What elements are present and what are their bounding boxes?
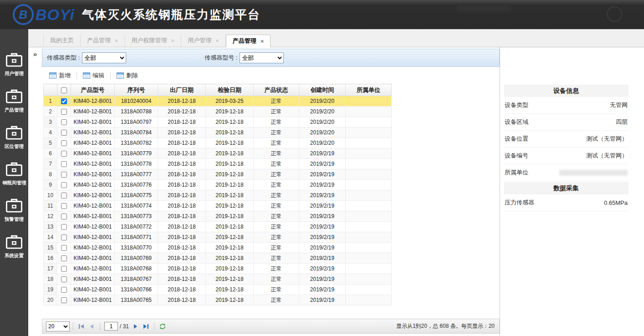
row-checkbox[interactable] xyxy=(61,109,67,115)
row-checkbox[interactable] xyxy=(61,119,67,125)
table-row[interactable]: 8KIM40-12-B0011318A007772018-12-182019-1… xyxy=(44,169,392,180)
table-row[interactable]: 10KIM40-12-B0011318A007752018-12-182019-… xyxy=(44,190,392,201)
table-row[interactable]: 6KIM40-12-B0011318A007792018-12-182019-1… xyxy=(44,148,392,159)
unit-cell xyxy=(346,190,392,201)
next-page-button[interactable] xyxy=(131,321,141,331)
row-checkbox[interactable] xyxy=(61,255,67,261)
tab-2[interactable]: 产品管理× xyxy=(81,34,125,47)
briefcase-icon xyxy=(5,52,23,67)
collapse-panel-icon[interactable]: » xyxy=(28,50,42,58)
row-checkbox-cell xyxy=(57,159,71,169)
table-row[interactable]: 1KIM40-12-B00118102400042018-12-182019-0… xyxy=(44,96,392,107)
add-button-label: 新增 xyxy=(59,71,71,80)
row-checkbox[interactable] xyxy=(61,224,67,230)
field-value: 0.65MPa xyxy=(604,199,628,206)
row-checkbox[interactable] xyxy=(61,234,67,240)
row-checkbox[interactable] xyxy=(61,140,67,146)
close-tab-icon[interactable]: × xyxy=(171,38,175,44)
row-checkbox[interactable] xyxy=(61,193,67,199)
row-checkbox[interactable] xyxy=(61,98,67,104)
status-cell: 正常 xyxy=(254,243,299,253)
tab-label: 产品管理 xyxy=(233,37,256,45)
table-row[interactable]: 20KIM40-12-B0011318A007652018-12-182019-… xyxy=(44,295,392,305)
table-row[interactable]: 2KIM40-12-B0011318A007882018-12-182019-1… xyxy=(44,107,392,117)
select-all-checkbox[interactable] xyxy=(61,87,67,93)
sidebar-item-2[interactable]: 产品管理 xyxy=(4,88,24,113)
page-number-input[interactable] xyxy=(104,322,118,331)
sensor-type-select[interactable]: 全部 xyxy=(82,52,126,63)
add-button[interactable]: 新增 xyxy=(46,71,74,80)
tab-label: 用户权限管理 xyxy=(132,36,167,45)
delete-button[interactable]: 删除 xyxy=(113,71,142,80)
created-cell: 2019/2/19 xyxy=(299,169,346,180)
close-tab-icon[interactable]: × xyxy=(261,38,264,44)
model-cell: KIM40-12-B001 xyxy=(71,243,115,253)
row-checkbox[interactable] xyxy=(61,182,67,188)
row-checkbox[interactable] xyxy=(61,172,67,178)
row-checkbox[interactable] xyxy=(61,276,67,282)
prev-page-icon xyxy=(89,324,94,329)
row-checkbox[interactable] xyxy=(61,130,67,136)
close-tab-icon[interactable]: × xyxy=(115,38,118,44)
sidebar-item-1[interactable]: 用户管理 xyxy=(4,52,24,77)
field-value: 无管网 xyxy=(610,101,628,109)
table-row[interactable]: 17KIM40-12-B0011318A007682018-12-182019-… xyxy=(44,264,392,274)
model-cell: KIM40-12-B001 xyxy=(71,117,115,127)
form-icon xyxy=(117,72,124,79)
table-row[interactable]: 12KIM40-12-B0011318A007732018-12-182019-… xyxy=(44,211,392,222)
mfg-date-cell: 2018-12-18 xyxy=(158,148,206,159)
sidebar: 用户管理产品管理区位管理钢瓶间管理预警管理系统设置 xyxy=(0,29,28,336)
sidebar-item-4[interactable]: 钢瓶间管理 xyxy=(2,161,27,186)
tab-4[interactable]: 用户管理× xyxy=(181,34,226,47)
row-checkbox[interactable] xyxy=(61,245,67,251)
row-number-cell: 18 xyxy=(44,274,57,285)
table-row[interactable]: 3KIM40-12-B0011318A007972018-12-182019-1… xyxy=(44,117,392,127)
table-row[interactable]: 7KIM40-12-B0011318A007782018-12-182019-1… xyxy=(44,159,392,169)
refresh-button[interactable] xyxy=(158,321,168,331)
last-page-button[interactable] xyxy=(141,321,151,331)
unit-cell xyxy=(346,285,392,295)
mfg-date-cell: 2018-12-18 xyxy=(158,180,206,190)
tab-1[interactable]: 我的主页 xyxy=(43,34,81,47)
sensor-model-select[interactable]: 全部 xyxy=(240,52,284,63)
serial-cell: 1318A00774 xyxy=(115,201,158,211)
table-row[interactable]: 5KIM40-12-B0011318A007822018-12-182019-1… xyxy=(44,138,392,148)
insp-date-cell: 2019-12-18 xyxy=(206,159,254,169)
row-checkbox[interactable] xyxy=(61,287,67,293)
prev-page-button[interactable] xyxy=(87,321,97,331)
mfg-date-cell: 2018-12-18 xyxy=(158,274,206,285)
table-row[interactable]: 11KIM40-12-B0011318A007742018-12-182019-… xyxy=(44,201,392,211)
tab-5[interactable]: 产品管理× xyxy=(226,35,271,47)
table-row[interactable]: 14KIM40-12-B0011318A007712018-12-182019-… xyxy=(44,232,392,243)
tab-3[interactable]: 用户权限管理× xyxy=(125,34,182,47)
sidebar-item-5[interactable]: 预警管理 xyxy=(4,198,24,223)
row-number-cell: 2 xyxy=(44,107,57,117)
close-tab-icon[interactable]: × xyxy=(215,38,219,44)
table-row[interactable]: 16KIM40-12-B0011318A007692018-12-182019-… xyxy=(44,253,392,264)
row-checkbox[interactable] xyxy=(61,214,67,219)
row-number-cell: 9 xyxy=(44,180,57,190)
first-page-button[interactable] xyxy=(77,321,87,331)
sidebar-item-3[interactable]: 区位管理 xyxy=(4,125,24,150)
model-cell: KIM40-12-B001 xyxy=(71,253,115,264)
page-size-select[interactable]: 20 xyxy=(46,321,70,331)
table-row[interactable]: 9KIM40-12-B0011318A007762018-12-182019-1… xyxy=(44,180,392,190)
table-row[interactable]: 13KIM40-12-B0011318A007722018-12-182019-… xyxy=(44,222,392,232)
briefcase-icon xyxy=(5,198,23,213)
row-checkbox[interactable] xyxy=(61,203,67,209)
row-checkbox[interactable] xyxy=(61,161,67,167)
table-row[interactable]: 15KIM40-12-B0011318A007702018-12-182019-… xyxy=(44,243,392,253)
mfg-date-cell: 2018-12-18 xyxy=(158,190,206,201)
sidebar-item-6[interactable]: 系统设置 xyxy=(4,234,24,259)
status-cell: 正常 xyxy=(254,96,299,107)
status-cell: 正常 xyxy=(254,117,299,127)
table-row[interactable]: 4KIM40-12-B0011318A007842018-12-182019-1… xyxy=(44,127,392,138)
row-checkbox[interactable] xyxy=(61,266,67,272)
field-label: 所属单位 xyxy=(505,168,528,177)
edit-button[interactable]: 编辑 xyxy=(79,71,108,80)
row-checkbox[interactable] xyxy=(61,297,67,303)
row-checkbox[interactable] xyxy=(61,151,67,157)
table-row[interactable]: 18KIM40-12-B0011318A007672018-12-182019-… xyxy=(44,274,392,285)
field-label: 设备区域 xyxy=(505,118,528,126)
table-row[interactable]: 19KIM40-12-B0011318A007662018-12-182019-… xyxy=(44,285,392,295)
